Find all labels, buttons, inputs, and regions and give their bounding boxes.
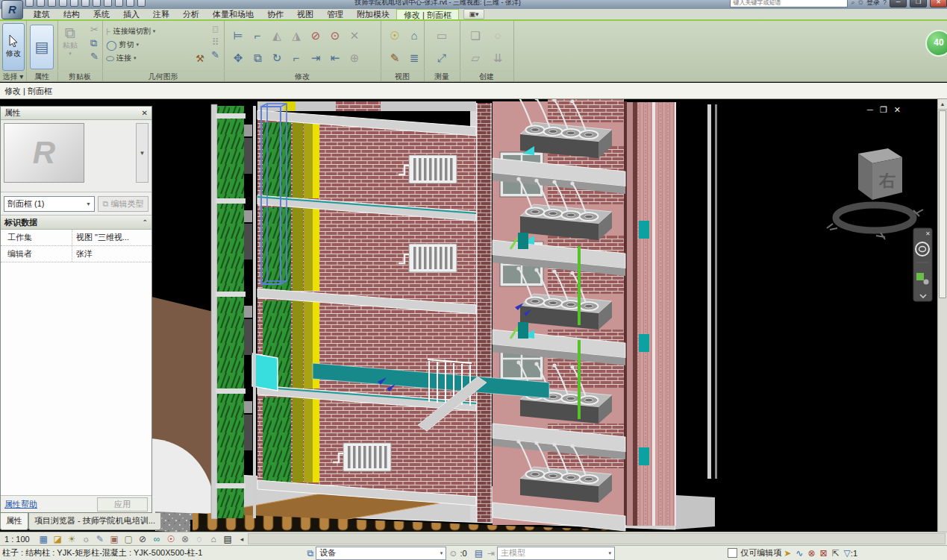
selection-hint-icon[interactable]: ➤ (784, 547, 791, 560)
extend-multi-icon[interactable]: ⇤ (331, 52, 340, 63)
properties-toggle-button[interactable]: ▤ (30, 25, 54, 69)
hscroll-left-icon[interactable]: ◂ (240, 535, 244, 543)
tab-insert[interactable]: 插入 (116, 9, 146, 19)
constraints-icon[interactable]: ◌ (193, 533, 206, 545)
navigation-bar[interactable]: ✕ (913, 228, 932, 301)
tab-project-browser[interactable]: 项目浏览器 - 技师学院机电培训... (28, 513, 161, 530)
pin-icon[interactable]: ⊕ (350, 52, 360, 63)
cut-icon[interactable]: ✂ (90, 25, 99, 34)
panel-geometry-label[interactable]: 几何图形 (102, 71, 224, 81)
rotate-icon[interactable]: ↻ (272, 52, 282, 63)
select-pinned-icon[interactable]: ⊗ (807, 547, 815, 560)
hide-element-icon[interactable]: ☉ (390, 30, 399, 41)
sun-path-icon[interactable]: ☀ (66, 533, 78, 545)
split-gap-icon[interactable]: ⊙ (331, 30, 340, 41)
panel-modify-label[interactable]: 修改 (224, 71, 381, 81)
create-parts-icon[interactable]: ⇊ (493, 52, 503, 63)
worksharing-display-icon[interactable]: ⌂ (207, 533, 220, 545)
select-underlay-icon[interactable]: ⊠ (819, 547, 827, 560)
exchange-icon[interactable]: ✩ (857, 0, 863, 6)
properties-close-icon[interactable]: ✕ (142, 109, 148, 117)
tab-structure[interactable]: 结构 (57, 9, 87, 19)
help-icon[interactable]: ? (883, 0, 887, 6)
tab-analyze[interactable]: 分析 (176, 9, 206, 19)
properties-help-link[interactable]: 属性帮助 (4, 499, 37, 510)
collapse-chevron-icon[interactable]: ⌃ (142, 218, 148, 226)
view-minimize-button[interactable]: ─ (867, 105, 873, 115)
active-workset-dropdown[interactable]: 设备▾ (316, 547, 446, 560)
cut-geometry-button[interactable]: ◯ 剪切▾ (106, 38, 155, 51)
linework-icon[interactable]: ✎ (390, 52, 400, 63)
property-row-workset[interactable]: 工作集 视图 "三维视... (1, 230, 151, 246)
paste-button[interactable]: ⧉ 粘贴 ▾ (60, 25, 80, 57)
filter-icon[interactable]: ▽ (844, 547, 851, 560)
section-icon[interactable] (137, 0, 146, 7)
demolish-hammer-icon[interactable]: ⚒ (196, 53, 204, 64)
copy-icon[interactable]: ⧉ (254, 52, 262, 63)
panel-measure-label[interactable]: 测量 (424, 71, 460, 81)
temporary-hide-icon[interactable]: ∞ (151, 533, 163, 545)
worksets-dialog-icon[interactable]: ▤ (475, 547, 483, 560)
sketchy-lines-icon[interactable]: ✎ (94, 533, 107, 545)
far-edge-mullion[interactable] (707, 104, 711, 479)
app-close-button[interactable]: ✕ (930, 0, 947, 7)
tab-collaborate[interactable]: 协作 (260, 9, 290, 19)
vertical-scroll-thumb[interactable] (939, 110, 946, 298)
print-icon[interactable] (81, 0, 90, 7)
viewcube[interactable]: 右 (827, 148, 923, 239)
beam-joins-icon[interactable]: ⠿ (212, 37, 219, 47)
panel-properties-label[interactable]: 属性 (26, 71, 57, 81)
search-input[interactable] (730, 0, 848, 7)
scale-button[interactable]: 1 : 100 (4, 535, 30, 544)
property-row-edited-by[interactable]: 编辑者 张洋 (1, 246, 151, 262)
redo-icon[interactable] (70, 0, 78, 7)
type-selector-dropdown[interactable]: 剖面框 (1)▼ (4, 196, 95, 212)
panel-select-label[interactable]: 选择 ▾ (0, 71, 26, 81)
design-option-dropdown[interactable]: 主模型▾ (497, 547, 615, 560)
align-icon[interactable]: ⊨ (233, 30, 243, 41)
app-minimize-button[interactable]: ─ (890, 0, 907, 7)
vertical-scrollbar[interactable]: ▲ (937, 99, 947, 532)
tab-annotate[interactable]: 注释 (146, 9, 176, 19)
reveal-hidden-icon[interactable]: ☉ (165, 533, 178, 545)
tab-systems[interactable]: 系统 (87, 9, 116, 19)
crop-view-icon[interactable]: ▣ (108, 533, 121, 545)
section-cut-wall-right[interactable] (625, 102, 676, 526)
modify-button[interactable]: 修改 (2, 23, 25, 71)
join-geometry-button[interactable]: ⬭ 连接▾ (106, 51, 155, 65)
undo-icon[interactable] (59, 0, 67, 7)
paint-icon[interactable]: ✎ (211, 50, 219, 60)
drag-on-selection-icon[interactable]: ⇱ (832, 547, 840, 560)
editable-only-checkbox[interactable] (728, 548, 737, 558)
create-similar-icon[interactable]: ◌ (495, 30, 501, 41)
left-fin-column[interactable] (211, 104, 256, 519)
default-3d-icon[interactable] (126, 0, 134, 7)
tab-modify-section-box[interactable]: 修改 | 剖面框 (396, 9, 459, 19)
display-options-icon[interactable]: ⌂ (410, 30, 417, 41)
view-lock-icon[interactable]: ⊘ (137, 533, 149, 545)
panel-view-label[interactable]: 视图 (381, 71, 424, 81)
tab-addins[interactable]: 附加模块 (350, 9, 396, 19)
view-close-button[interactable]: ✕ (894, 105, 901, 115)
tab-architecture[interactable]: 建筑 (27, 9, 57, 19)
trim-corner-icon[interactable]: ⌐ (293, 52, 300, 63)
offset-icon[interactable]: ⌐ (254, 30, 261, 41)
create-group-icon[interactable]: ❏ (470, 30, 480, 41)
match-type-icon[interactable]: ✎ (90, 51, 99, 61)
split-icon[interactable]: ⊘ (311, 30, 321, 41)
sync-icon[interactable] (48, 0, 56, 7)
zoom-icon[interactable] (916, 273, 924, 280)
cope-icon[interactable]: ⌼ (213, 25, 219, 34)
shadows-icon[interactable]: ☼ (80, 533, 93, 545)
curtain-fins[interactable] (263, 122, 319, 482)
tab-manage[interactable]: 管理 (320, 9, 350, 19)
mirror-pick-icon[interactable]: ◭ (272, 30, 281, 41)
open-icon[interactable] (25, 0, 34, 7)
panel-clipboard-label[interactable]: 剪贴板 (57, 71, 102, 81)
displaced-sets-icon[interactable]: ▤ (222, 533, 234, 545)
view-restore-button[interactable]: ❐ (880, 105, 887, 115)
app-maximize-button[interactable]: ❐ (910, 0, 927, 7)
type-selector-expand-icon[interactable]: ▼ (136, 123, 149, 183)
analytical-model-icon[interactable]: ⊗ (179, 533, 192, 545)
aligned-dimension-icon[interactable]: ⤢ (437, 52, 446, 63)
